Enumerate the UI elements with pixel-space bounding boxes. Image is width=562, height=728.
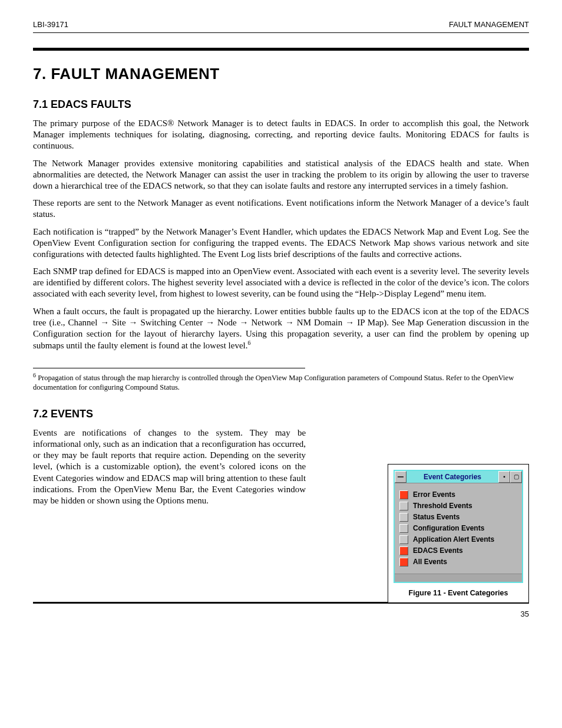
event-categories-list: Error EventsThreshold EventsStatus Event… — [395, 483, 522, 574]
faults-p5: Each SNMP trap defined for EDACS is mapp… — [33, 266, 529, 300]
section-name: FAULT MANAGEMENT — [449, 20, 529, 29]
doc-id: LBI-39171 — [33, 20, 68, 29]
event-category-swatch — [399, 558, 408, 566]
faults-p1: The primary purpose of the EDACS® Networ… — [33, 118, 529, 152]
faults-p2: The Network Manager provides extensive m… — [33, 158, 529, 192]
footnote-rule — [33, 368, 305, 368]
event-category-swatch — [399, 502, 408, 510]
event-category-item[interactable]: Application Alert Events — [399, 534, 517, 545]
system-menu-button[interactable] — [395, 471, 406, 483]
event-category-item[interactable]: EDACS Events — [399, 545, 517, 556]
figure-caption: Figure 11 - Event Categories — [394, 589, 523, 597]
faults-p6: When a fault occurs, the fault is propag… — [33, 306, 529, 352]
event-category-item[interactable]: Threshold Events — [399, 500, 517, 512]
event-category-label: Status Events — [413, 513, 459, 521]
maximize-button[interactable]: ▢ — [510, 471, 522, 483]
event-category-swatch — [399, 490, 408, 499]
event-category-item[interactable]: Configuration Events — [399, 523, 517, 534]
event-category-swatch — [399, 524, 408, 533]
faults-p3: These reports are sent to the Network Ma… — [33, 197, 529, 220]
window-statusbar — [395, 574, 522, 582]
dash-icon — [398, 476, 404, 477]
faults-p4: Each notification is “trapped” by the Ne… — [33, 226, 529, 261]
header-rule — [33, 32, 529, 33]
event-categories-window: Event Categories ▪ ▢ Error EventsThresho… — [394, 470, 523, 583]
event-categories-figure: Event Categories ▪ ▢ Error EventsThresho… — [388, 464, 529, 603]
event-category-label: Configuration Events — [413, 524, 484, 532]
event-category-label: Application Alert Events — [413, 535, 494, 543]
section-events-heading: 7.2 EVENTS — [33, 408, 529, 420]
event-category-item[interactable]: All Events — [399, 556, 517, 568]
event-category-label: All Events — [413, 558, 447, 566]
event-category-label: Threshold Events — [413, 502, 472, 510]
minimize-button[interactable]: ▪ — [498, 471, 510, 483]
page-number: 35 — [521, 610, 529, 618]
event-category-swatch — [399, 535, 408, 544]
header-thick-rule — [33, 48, 529, 51]
event-category-item[interactable]: Status Events — [399, 512, 517, 523]
events-p1: Events are notifications of changes to t… — [33, 427, 306, 506]
section-faults-heading: 7.1 EDACS FAULTS — [33, 98, 529, 111]
footnote-marker: 6 — [248, 340, 251, 346]
event-category-swatch — [399, 513, 408, 522]
event-category-label: Error Events — [413, 490, 455, 499]
event-category-item[interactable]: Error Events — [399, 489, 517, 500]
page-title: 7. FAULT MANAGEMENT — [33, 65, 529, 83]
event-category-label: EDACS Events — [413, 546, 463, 555]
footnote-text: 6 Propagation of status through the map … — [33, 372, 529, 392]
event-categories-title: Event Categories — [406, 471, 498, 483]
event-category-swatch — [399, 546, 408, 555]
